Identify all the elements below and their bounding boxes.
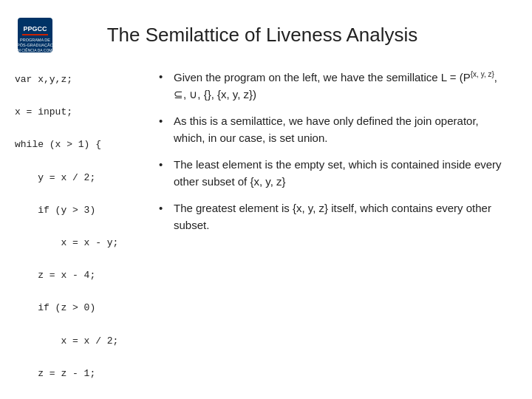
code-line: z = x - 4; (15, 267, 144, 284)
code-line (15, 186, 144, 202)
code-line: y = x / 2; (15, 170, 144, 186)
code-line: if (z > 0) (15, 300, 144, 316)
code-line: var x,y,z; (15, 72, 144, 88)
svg-text:PÓS-GRADUAÇÃO: PÓS-GRADUAÇÃO (17, 43, 54, 47)
code-line (15, 120, 144, 137)
slide-title: The Semilattice of Liveness Analysis (55, 24, 469, 47)
bullet-item-3: The least element is the empty set, whic… (159, 157, 510, 190)
code-panel: var x,y,z; x = input; while (x > 1) { y … (15, 69, 144, 372)
code-line (15, 382, 144, 398)
code-line: z = z - 1; (15, 366, 144, 382)
bullet-list: Given the program on the left, we have t… (159, 69, 510, 233)
code-line: while (x > 1) { (15, 137, 144, 153)
bullet-item-2: As this is a semilattice, we have only d… (159, 113, 510, 146)
code-line (15, 251, 144, 267)
bullet-item-1: Given the program on the left, we have t… (159, 69, 510, 103)
code-line: x = x / 2; (15, 333, 144, 349)
code-line: x = x - y; (15, 235, 144, 251)
code-line (15, 316, 144, 332)
svg-text:PROGRAMA DE: PROGRAMA DE (20, 38, 50, 42)
code-line (15, 349, 144, 366)
svg-text:EM CIÊNCIA DA COMP.: EM CIÊNCIA DA COMP. (15, 47, 55, 52)
text-panel: Given the program on the left, we have t… (159, 69, 510, 372)
slide: PPGCC PROGRAMA DE PÓS-GRADUAÇÃO EM CIÊNC… (0, 0, 532, 399)
code-line: if (y > 3) (15, 202, 144, 219)
code-line (15, 88, 144, 104)
slide-header: PPGCC PROGRAMA DE PÓS-GRADUAÇÃO EM CIÊNC… (15, 15, 510, 55)
code-line (15, 153, 144, 169)
svg-text:PPGCC: PPGCC (23, 25, 47, 33)
code-line (15, 219, 144, 235)
svg-rect-2 (22, 34, 48, 35)
slide-content: var x,y,z; x = input; while (x > 1) { y … (15, 69, 510, 372)
code-line: x = input; (15, 104, 144, 120)
ppgcc-logo: PPGCC PROGRAMA DE PÓS-GRADUAÇÃO EM CIÊNC… (15, 15, 55, 55)
bullet-item-4: The greatest element is {x, y, z} itself… (159, 200, 510, 233)
code-line (15, 284, 144, 300)
